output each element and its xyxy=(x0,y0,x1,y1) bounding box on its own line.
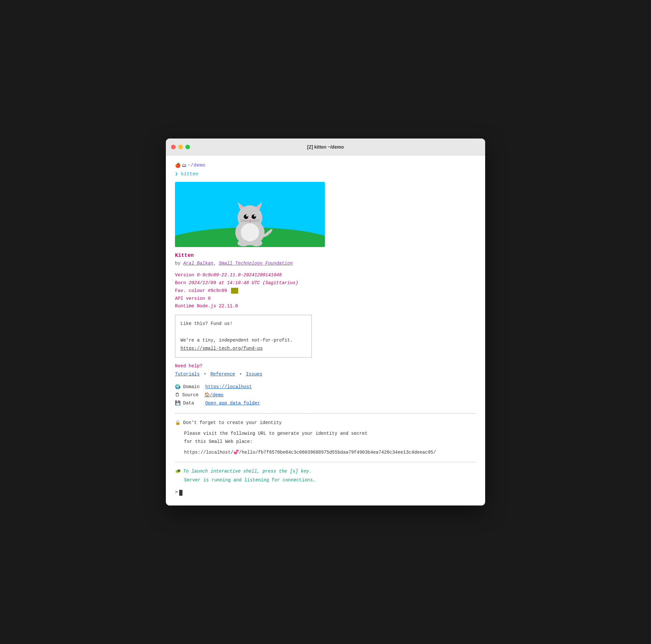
turtle-icon: 🐢 xyxy=(175,468,181,475)
runtime-line: Runtime Node.js 22.11.0 xyxy=(175,302,476,310)
data-value: Open app data folder xyxy=(205,400,260,407)
fund-link[interactable]: https://small-tech.org/fund-us xyxy=(181,346,262,351)
runtime-label: Runtime xyxy=(175,303,194,309)
version-line: Version 0-9c9c09-22.11.0-20241209141048 xyxy=(175,272,476,279)
help-links: Tutorials • Reference • Issues xyxy=(175,371,476,378)
identity-header: 🔒 Don't forget to create your identity xyxy=(175,420,476,426)
window-title: [Z] kitten ~/demo xyxy=(307,144,344,150)
identity-url-text: https://localhost/💞/hello/fb7f6570be04c3… xyxy=(184,450,436,455)
version-value: 0-9c9c09-22.11.0-20241209141048 xyxy=(197,272,281,278)
reference-link[interactable]: Reference xyxy=(211,371,235,377)
help-section: Need help? Tutorials • Reference • Issue… xyxy=(175,363,476,378)
source-row: 🗒 Source 🏠/demo xyxy=(175,392,476,399)
kitten-illustration xyxy=(175,182,325,247)
separator1: • xyxy=(204,371,206,377)
fav-colour-line: Fav. colour #9c9c09 xyxy=(175,287,476,295)
launch-line: 🐢 To launch interactive shell, press the… xyxy=(175,468,476,475)
info-block: Version 0-9c9c09-22.11.0-20241209141048 … xyxy=(175,272,476,310)
terminal-window: [Z] kitten ~/demo 🍎 🗂 ~/demo ❯ kitten xyxy=(166,139,485,505)
issues-link[interactable]: Issues xyxy=(246,371,262,377)
prompt-chevron: ❯ xyxy=(175,172,181,177)
lock-icon: 🔒 xyxy=(175,420,181,426)
app-name: Kitten xyxy=(175,252,476,259)
prompt-line: ❯ kitten xyxy=(175,171,476,178)
svg-point-9 xyxy=(244,214,248,219)
api-line: API version 0 xyxy=(175,295,476,303)
source-value: 🏠/demo xyxy=(204,392,223,399)
colour-swatch xyxy=(231,288,238,294)
svg-point-20 xyxy=(251,240,262,246)
api-label: API version xyxy=(175,296,205,301)
domain-label: Domain xyxy=(183,384,203,391)
domain-icon: 🌍 xyxy=(175,384,181,391)
identity-body-line2: for this Small Web place: xyxy=(184,439,252,444)
breadcrumb-path: ~/demo xyxy=(188,162,205,170)
breadcrumb: 🍎 🗂 ~/demo xyxy=(175,162,476,170)
titlebar: [Z] kitten ~/demo xyxy=(166,139,485,155)
data-link[interactable]: Open app data folder xyxy=(205,401,260,406)
data-label: Data xyxy=(183,400,203,407)
by-label: by xyxy=(175,261,181,266)
source-label: Source xyxy=(182,392,202,399)
foundation-link[interactable]: Small Technology Foundation xyxy=(219,261,292,266)
svg-point-10 xyxy=(251,214,256,219)
svg-point-12 xyxy=(254,215,256,217)
data-row: 💾 Data Open app data folder xyxy=(175,400,476,407)
separator2: • xyxy=(239,371,242,377)
help-title: Need help? xyxy=(175,363,476,370)
launch-message: To launch interactive shell, press the [… xyxy=(183,468,312,475)
svg-point-18 xyxy=(241,223,259,242)
identity-body: Please visit the following URL to genera… xyxy=(175,430,476,446)
terminal-body: 🍎 🗂 ~/demo ❯ kitten xyxy=(166,155,485,505)
apple-icon: 🍎 xyxy=(175,162,181,169)
domain-value: https://localhost xyxy=(205,384,252,391)
folder-icon: 🗂 xyxy=(182,162,186,169)
source-icon: 🗒 xyxy=(175,392,180,399)
close-button[interactable] xyxy=(171,145,176,149)
tutorials-link[interactable]: Tutorials xyxy=(175,371,200,377)
identity-message: Don't forget to create your identity xyxy=(183,420,281,426)
divider-1 xyxy=(175,413,476,413)
fund-box: Like this? Fund us! We're a tiny, indepe… xyxy=(175,315,312,358)
api-value: 0 xyxy=(208,296,211,301)
fund-line2: We're a tiny, independent not-for-profit… xyxy=(181,336,306,344)
minimize-button[interactable] xyxy=(178,145,183,149)
identity-url: https://localhost/💞/hello/fb7f6570be04c3… xyxy=(175,449,476,456)
data-icon: 💾 xyxy=(175,400,181,407)
prompt-command: kitten xyxy=(181,172,198,177)
identity-section: 🔒 Don't forget to create your identity P… xyxy=(175,420,476,456)
version-label: Version xyxy=(175,272,194,278)
divider-2 xyxy=(175,462,476,462)
cursor-line: > xyxy=(175,489,476,496)
svg-point-11 xyxy=(246,215,248,217)
fav-colour-label: Fav. colour xyxy=(175,288,205,293)
author-link[interactable]: Aral Balkan xyxy=(183,261,213,266)
prompt-symbol: > xyxy=(175,489,178,496)
svg-point-19 xyxy=(238,240,249,246)
launch-section: 🐢 To launch interactive shell, press the… xyxy=(175,468,476,484)
server-status: Server is running and listening for conn… xyxy=(175,477,476,484)
identity-body-line1: Please visit the following URL to genera… xyxy=(184,431,368,436)
fund-line1: Like this? Fund us! xyxy=(181,320,306,328)
domain-link[interactable]: https://localhost xyxy=(205,384,252,390)
maximize-button[interactable] xyxy=(185,145,190,149)
born-line: Born 2024/12/09 at 14:10:48 UTC (Sagitta… xyxy=(175,279,476,287)
info-rows: 🌍 Domain https://localhost 🗒 Source 🏠/de… xyxy=(175,384,476,407)
cursor xyxy=(179,490,183,496)
fav-colour-hex: #9c9c09 xyxy=(208,288,227,293)
source-link[interactable]: 🏠/demo xyxy=(204,392,223,398)
runtime-value: Node.js 22.11.0 xyxy=(197,303,238,309)
window-controls xyxy=(171,145,190,149)
born-value: 2024/12/09 at 14:10:48 UTC (Sagittarius) xyxy=(189,280,298,285)
svg-point-13 xyxy=(249,219,251,221)
domain-row: 🌍 Domain https://localhost xyxy=(175,384,476,391)
born-label: Born xyxy=(175,280,186,285)
by-line: by Aral Balkan, Small Technology Foundat… xyxy=(175,260,476,267)
